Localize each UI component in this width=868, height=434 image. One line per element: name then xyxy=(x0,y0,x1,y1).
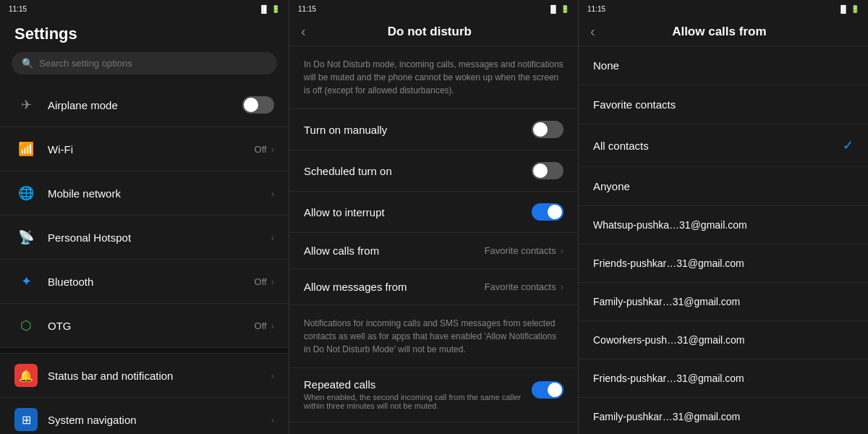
airplane-toggle[interactable] xyxy=(242,96,274,114)
sidebar-item-otg[interactable]: ⬡ OTG Off › xyxy=(0,304,289,348)
sidebar-item-bluetooth[interactable]: ✦ Bluetooth Off › xyxy=(0,260,289,304)
acf-item-anyone[interactable]: Anyone xyxy=(579,167,868,206)
repeated-toggle[interactable] xyxy=(532,381,563,399)
repeated-content: Repeated calls When enabled, the second … xyxy=(304,378,532,410)
status-time-3: 11:15 xyxy=(587,5,605,13)
bluetooth-chevron: › xyxy=(271,276,274,287)
acf-item-all-contacts[interactable]: All contacts ✓ xyxy=(579,124,868,167)
acf-item-friends1[interactable]: Friends-pushkar…31@gmail.com xyxy=(579,244,868,283)
sidebar-item-airplane[interactable]: ✈ Airplane mode xyxy=(0,83,289,127)
status-time-2: 11:15 xyxy=(298,5,316,13)
search-bar[interactable]: 🔍 xyxy=(12,52,277,75)
time-3: 11:15 xyxy=(587,5,605,13)
scheduled-label: Scheduled turn on xyxy=(304,165,532,177)
battery-icon-2: 🔋 xyxy=(561,5,569,13)
battery-icon-3: 🔋 xyxy=(851,5,859,13)
messages-label: Allow messages from xyxy=(304,281,485,293)
time-1: 11:15 xyxy=(9,5,27,13)
calls-chevron: › xyxy=(561,245,563,256)
mobile-chevron: › xyxy=(271,188,274,199)
sidebar-item-mobile[interactable]: 🌐 Mobile network › xyxy=(0,171,289,216)
friends1-label: Friends-pushkar…31@gmail.com xyxy=(593,258,744,269)
status-label: Status bar and notification xyxy=(48,370,271,382)
messages-right: Favorite contacts › xyxy=(485,281,563,292)
coworkers1-label: Coworkers-push…31@gmail.com xyxy=(593,334,745,346)
family2-label: Family-pushkar…31@gmail.com xyxy=(593,411,740,422)
dnd-panel: 11:15 ▐▌ 🔋 ‹ Do not disturb In Do Not Di… xyxy=(289,0,579,434)
acf-item-friends2[interactable]: Friends-pushkar…31@gmail.com xyxy=(579,359,868,398)
acf-item-whatsup[interactable]: Whatsup-pushka…31@gmail.com xyxy=(579,206,868,244)
acf-item-favorite[interactable]: Favorite contacts xyxy=(579,85,868,124)
interrupt-label: Allow to interrupt xyxy=(304,206,532,218)
calls-label: Allow calls from xyxy=(304,244,485,257)
calls-right: Favorite contacts › xyxy=(485,245,563,256)
messages-value: Favorite contacts xyxy=(485,281,556,292)
nav-icon: ⊞ xyxy=(14,408,38,431)
acf-title: Allow calls from xyxy=(604,25,835,39)
otg-value: Off xyxy=(255,320,267,331)
mobile-label: Mobile network xyxy=(48,187,271,200)
dnd-option-interrupt[interactable]: Allow to interrupt xyxy=(289,192,578,233)
acf-item-coworkers1[interactable]: Coworkers-push…31@gmail.com xyxy=(579,321,868,359)
messages-chevron: › xyxy=(561,281,563,292)
status-time-1: 11:15 xyxy=(9,5,27,13)
wifi-label: Wi-Fi xyxy=(48,143,255,156)
acf-item-family1[interactable]: Family-pushkar…31@gmail.com xyxy=(579,283,868,321)
sidebar-item-wifi[interactable]: 📶 Wi-Fi Off › xyxy=(0,127,289,171)
friends2-label: Friends-pushkar…31@gmail.com xyxy=(593,373,744,384)
dnd-option-calls[interactable]: Allow calls from Favorite contacts › xyxy=(289,233,578,269)
sidebar-item-status[interactable]: 🔔 Status bar and notification › xyxy=(0,354,289,398)
signal-icon-2: ▐▌ xyxy=(548,5,558,13)
settings-panel: 11:15 ▐▌ 🔋 Settings 🔍 ✈ Airplane mode 📶 … xyxy=(0,0,289,434)
otg-icon: ⬡ xyxy=(14,314,38,337)
sidebar-item-nav[interactable]: ⊞ System navigation › xyxy=(0,398,289,434)
search-icon: 🔍 xyxy=(22,58,33,69)
dnd-title: Do not disturb xyxy=(315,25,545,39)
hotspot-chevron: › xyxy=(271,232,274,243)
dnd-header: ‹ Do not disturb xyxy=(289,17,578,46)
wifi-chevron: › xyxy=(271,144,274,155)
status-chevron: › xyxy=(271,370,274,381)
manual-label: Turn on manually xyxy=(304,124,532,136)
favorite-label: Favorite contacts xyxy=(593,98,854,111)
signal-icon: ▐▌ xyxy=(259,5,269,13)
acf-back-button[interactable]: ‹ xyxy=(590,23,595,40)
search-input[interactable] xyxy=(39,58,267,69)
otg-chevron: › xyxy=(271,320,274,331)
allow-calls-panel: 11:15 ▐▌ 🔋 ‹ Allow calls from None Favor… xyxy=(579,0,868,434)
wifi-value: Off xyxy=(255,144,267,155)
dnd-option-repeated[interactable]: Repeated calls When enabled, the second … xyxy=(289,368,578,422)
nav-chevron: › xyxy=(271,414,274,425)
calls-value: Favorite contacts xyxy=(485,245,556,256)
hotspot-label: Personal Hotspot xyxy=(48,231,271,244)
dnd-note: Notifications for incoming calls and SMS… xyxy=(289,305,578,368)
family1-label: Family-pushkar…31@gmail.com xyxy=(593,296,740,307)
page-title: Settings xyxy=(0,17,289,49)
all-contacts-label: All contacts xyxy=(593,140,843,152)
acf-item-family2[interactable]: Family-pushkar…31@gmail.com xyxy=(579,398,868,434)
acf-item-none[interactable]: None xyxy=(579,46,868,85)
settings-list: ✈ Airplane mode 📶 Wi-Fi Off › 🌐 Mobile n… xyxy=(0,83,289,434)
dnd-option-messages[interactable]: Allow messages from Favorite contacts › xyxy=(289,269,578,305)
scheduled-toggle[interactable] xyxy=(532,162,563,179)
repeated-desc: When enabled, the second incoming call f… xyxy=(304,393,532,410)
airplane-label: Airplane mode xyxy=(48,99,242,111)
signal-icon-3: ▐▌ xyxy=(838,5,848,13)
dnd-option-manual[interactable]: Turn on manually xyxy=(289,109,578,150)
back-button[interactable]: ‹ xyxy=(301,23,306,40)
dnd-description: In Do Not Disturb mode, incoming calls, … xyxy=(289,46,578,109)
group-divider-1 xyxy=(0,348,289,354)
mobile-icon: 🌐 xyxy=(14,182,38,205)
sidebar-item-hotspot[interactable]: 📡 Personal Hotspot › xyxy=(0,216,289,260)
status-bar-3: 11:15 ▐▌ 🔋 xyxy=(579,0,868,17)
dnd-option-scheduled[interactable]: Scheduled turn on xyxy=(289,150,578,192)
status-bar-2: 11:15 ▐▌ 🔋 xyxy=(289,0,578,17)
interrupt-toggle[interactable] xyxy=(532,203,563,221)
airplane-icon: ✈ xyxy=(14,93,38,116)
nav-label: System navigation xyxy=(48,414,271,426)
repeated-label: Repeated calls xyxy=(304,378,375,391)
status-bar-1: 11:15 ▐▌ 🔋 xyxy=(0,0,289,17)
manual-toggle[interactable] xyxy=(532,121,563,138)
time-2: 11:15 xyxy=(298,5,316,13)
acf-list: None Favorite contacts All contacts ✓ An… xyxy=(579,46,868,434)
